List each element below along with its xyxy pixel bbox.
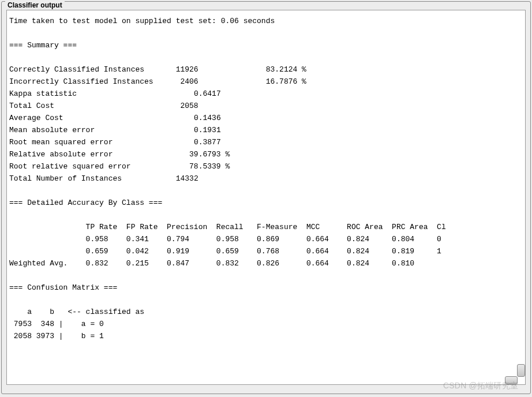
time-line: Time taken to test model on supplied tes… <box>9 17 275 25</box>
detail-columns: TP Rate FP Rate Precision Recall F-Measu… <box>9 223 446 231</box>
summary-avgcost: 0.1436 <box>194 114 221 122</box>
summary-rae: 39.6793 % <box>189 150 230 159</box>
summary-rrse-label: Root relative squared error <box>9 162 131 171</box>
summary-rmse: 0.3877 <box>194 138 221 147</box>
summary-correct-pct: 83.2124 % <box>266 65 306 74</box>
summary-incorrect-pct: 16.7876 % <box>266 77 306 86</box>
summary-avgcost-label: Average Cost <box>9 114 63 122</box>
summary-rae-label: Relative absolute error <box>9 150 113 159</box>
confusion-row-0: 7953 348 | a = 0 <box>9 320 104 328</box>
detail-row-weighted: Weighted Avg. 0.832 0.215 0.847 0.832 0.… <box>9 259 414 268</box>
summary-incorrect-label: Incorrectly Classified Instances <box>9 77 153 86</box>
detail-row-1: 0.659 0.042 0.919 0.659 0.768 0.664 0.82… <box>9 247 441 256</box>
detail-row-0: 0.958 0.341 0.794 0.958 0.869 0.664 0.82… <box>9 235 441 244</box>
summary-total-label: Total Number of Instances <box>9 174 122 183</box>
summary-correct-count: 11926 <box>176 65 198 74</box>
classifier-output-panel: Classifier output Time taken to test mod… <box>1 1 531 394</box>
summary-rrse: 78.5339 % <box>189 162 230 171</box>
summary-totalcost: 2058 <box>180 102 198 110</box>
summary-rmse-label: Root mean squared error <box>9 138 113 147</box>
summary-kappa-label: Kappa statistic <box>9 89 77 98</box>
summary-mae: 0.1931 <box>194 126 221 134</box>
summary-total: 14332 <box>176 174 198 183</box>
confusion-header: === Confusion Matrix === <box>9 283 117 292</box>
horizontal-scrollbar-thumb[interactable] <box>505 376 518 384</box>
summary-kappa: 0.6417 <box>194 89 221 98</box>
summary-header: === Summary === <box>9 41 77 50</box>
summary-totalcost-label: Total Cost <box>9 102 54 110</box>
detail-header: === Detailed Accuracy By Class === <box>9 198 162 207</box>
summary-correct-label: Correctly Classified Instances <box>9 65 144 74</box>
confusion-row-1: 2058 3973 | b = 1 <box>9 332 104 340</box>
summary-incorrect-count: 2406 <box>180 77 198 86</box>
vertical-scrollbar-thumb[interactable] <box>517 364 525 377</box>
output-textarea[interactable]: Time taken to test model on supplied tes… <box>6 10 526 385</box>
summary-mae-label: Mean absolute error <box>9 126 95 134</box>
output-content: Time taken to test model on supplied tes… <box>7 10 525 384</box>
panel-title: Classifier output <box>5 1 65 9</box>
confusion-col-header: a b <-- classified as <box>9 308 144 316</box>
